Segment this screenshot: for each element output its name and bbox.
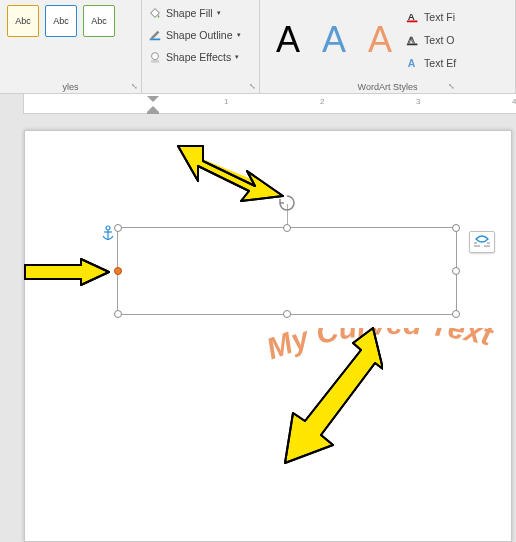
indent-marker-icon[interactable] [146, 94, 160, 114]
horizontal-ruler[interactable]: 1 2 3 4 [0, 94, 516, 114]
group-label: yles [0, 82, 141, 92]
svg-rect-6 [407, 44, 418, 46]
style-preset[interactable]: Abc [45, 5, 77, 37]
label: Text O [424, 34, 454, 46]
wordart-preset[interactable]: A [360, 22, 400, 58]
ruler-corner [0, 94, 24, 114]
anchor-icon[interactable] [101, 225, 115, 243]
resize-handle[interactable] [114, 310, 122, 318]
resize-handle[interactable] [283, 310, 291, 318]
wordart-preset[interactable]: A [268, 22, 308, 58]
text-effects-icon: A [406, 56, 420, 70]
adjust-handle[interactable] [114, 267, 122, 275]
svg-point-9 [106, 226, 110, 230]
label: Text Ef [424, 57, 456, 69]
text-outline-button[interactable]: AText O [406, 29, 456, 51]
svg-rect-4 [407, 21, 418, 23]
style-preset[interactable]: Abc [7, 5, 39, 37]
resize-handle[interactable] [452, 224, 460, 232]
svg-text:A: A [408, 11, 415, 22]
text-fill-button[interactable]: AText Fi [406, 6, 456, 28]
ruler-number: 2 [320, 97, 324, 106]
group-wordart-styles: A A A AText Fi AText O AText Ef WordArt … [260, 0, 516, 94]
ruler-number: 3 [416, 97, 420, 106]
pencil-icon [148, 28, 162, 42]
svg-point-1 [152, 53, 159, 60]
label: Text Fi [424, 11, 455, 23]
layout-options-icon [473, 235, 491, 249]
annotation-arrow [263, 323, 383, 473]
text-effects-button[interactable]: AText Ef [406, 52, 456, 74]
chevron-down-icon: ▾ [237, 31, 241, 39]
wordart-preset[interactable]: A [314, 22, 354, 58]
ruler-number: 1 [224, 97, 228, 106]
bucket-icon [148, 6, 162, 20]
ruler-number: 4 [512, 97, 516, 106]
dialog-launcher-icon[interactable]: ⤡ [446, 82, 456, 92]
shape-outline-button[interactable]: Shape Outline ▾ [146, 24, 255, 46]
shape-effects-button[interactable]: Shape Effects ▾ [146, 46, 255, 68]
page-area: My Curved Text [0, 114, 516, 542]
style-preset[interactable]: Abc [83, 5, 115, 37]
resize-handle[interactable] [452, 267, 460, 275]
text-outline-icon: A [406, 33, 420, 47]
dialog-launcher-icon[interactable]: ⤡ [247, 82, 257, 92]
layout-options-button[interactable] [469, 231, 495, 253]
label: Shape Effects [166, 51, 231, 63]
ribbon: Abc Abc Abc yles ⤡ Shape Fill ▾ Shape Ou… [0, 0, 516, 94]
label: Shape Fill [166, 7, 213, 19]
annotation-arrow [173, 141, 301, 211]
svg-rect-0 [150, 39, 161, 41]
svg-text:A: A [408, 34, 415, 45]
group-shape-options: Shape Fill ▾ Shape Outline ▾ Shape Effec… [142, 0, 260, 94]
resize-handle[interactable] [114, 224, 122, 232]
chevron-down-icon: ▾ [235, 53, 239, 61]
document-page[interactable]: My Curved Text [24, 130, 512, 542]
effects-icon [148, 50, 162, 64]
group-shape-styles: Abc Abc Abc yles ⤡ [0, 0, 142, 94]
shape-fill-button[interactable]: Shape Fill ▾ [146, 2, 255, 24]
annotation-arrow [23, 257, 115, 289]
text-fill-icon: A [406, 10, 420, 24]
svg-point-2 [151, 60, 160, 63]
svg-text:A: A [408, 57, 416, 69]
resize-handle[interactable] [283, 224, 291, 232]
resize-handle[interactable] [452, 310, 460, 318]
chevron-down-icon: ▾ [217, 9, 221, 17]
group-label: WordArt Styles [260, 82, 515, 92]
dialog-launcher-icon[interactable]: ⤡ [129, 82, 139, 92]
wordart-textbox[interactable]: My Curved Text [117, 227, 457, 315]
label: Shape Outline [166, 29, 233, 41]
